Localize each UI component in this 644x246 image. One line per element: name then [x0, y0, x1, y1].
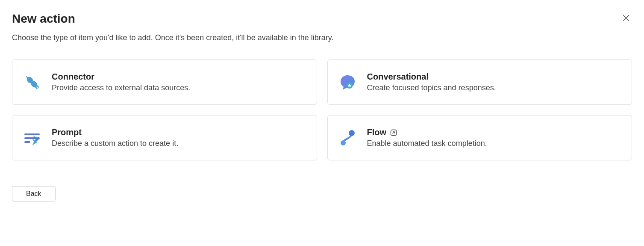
card-conversational[interactable]: Conversational Create focused topics and…	[327, 59, 632, 105]
card-prompt[interactable]: Prompt Describe a custom action to creat…	[12, 115, 317, 160]
svg-point-11	[349, 130, 355, 136]
card-title: Conversational	[367, 72, 429, 82]
flow-icon	[338, 128, 357, 147]
close-icon	[622, 14, 630, 24]
card-description: Enable automated task completion.	[367, 139, 487, 148]
svg-point-12	[341, 140, 346, 145]
action-type-grid: Connector Provide access to external dat…	[12, 59, 632, 160]
card-description: Describe a custom action to create it.	[52, 139, 178, 148]
back-button[interactable]: Back	[12, 186, 56, 202]
page-subtitle: Choose the type of item you'd like to ad…	[12, 33, 632, 42]
page-title: New action	[12, 12, 75, 26]
external-link-icon	[390, 129, 397, 136]
card-flow[interactable]: Flow Enable automated task completion.	[327, 115, 632, 160]
card-title: Prompt	[52, 127, 82, 137]
conversational-icon	[338, 73, 357, 92]
svg-line-6	[35, 86, 37, 89]
close-button[interactable]	[620, 12, 632, 25]
prompt-icon	[23, 128, 41, 147]
card-description: Provide access to external data sources.	[52, 83, 190, 92]
card-connector[interactable]: Connector Provide access to external dat…	[12, 59, 317, 105]
svg-line-5	[36, 85, 38, 87]
svg-line-3	[26, 77, 28, 78]
connector-icon	[23, 73, 41, 92]
card-description: Create focused topics and responses.	[367, 83, 496, 92]
card-title: Connector	[52, 72, 94, 82]
card-title: Flow	[367, 127, 387, 137]
